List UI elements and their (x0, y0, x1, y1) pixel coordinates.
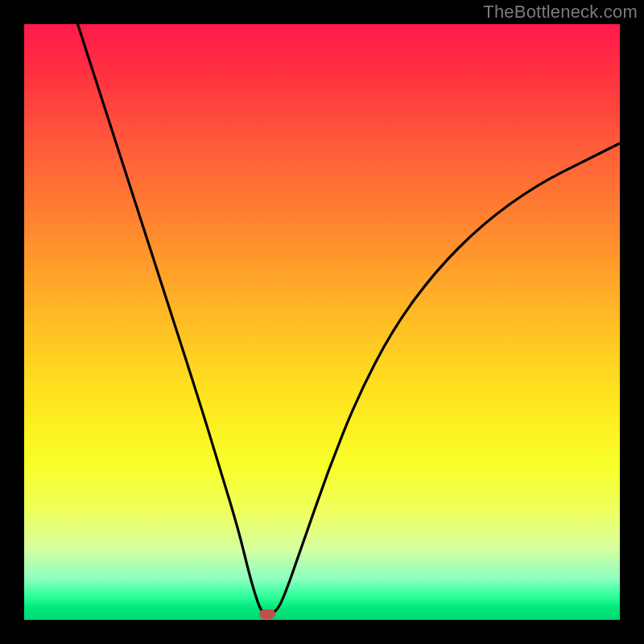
plot-area (24, 24, 620, 620)
bottleneck-curve (78, 24, 620, 614)
chart-container: TheBottleneck.com (0, 0, 644, 644)
watermark-text: TheBottleneck.com (483, 2, 638, 23)
optimal-point-marker (259, 609, 275, 619)
curve-svg (24, 24, 620, 620)
